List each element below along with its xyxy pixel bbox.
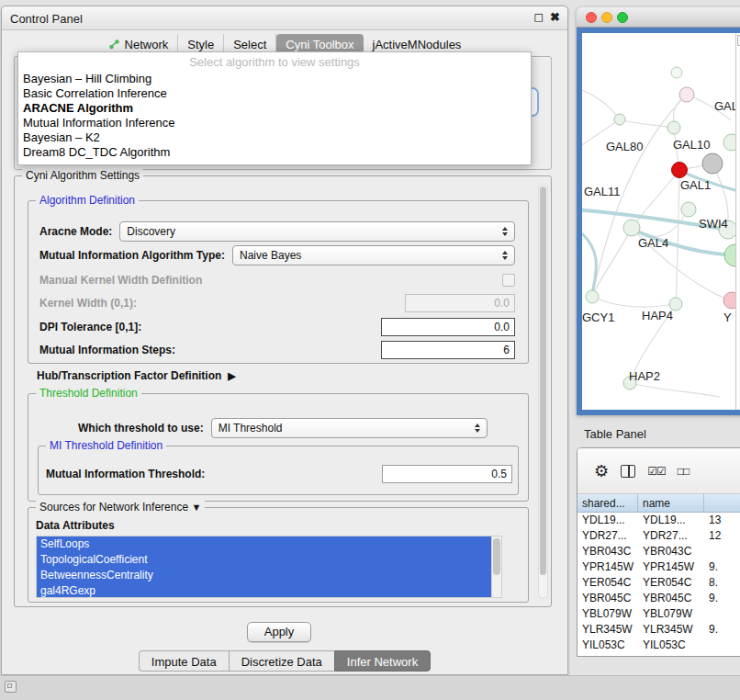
control-panel-window: Control Panel ◻ ✖ Network Style Select C… — [1, 6, 568, 675]
data-attributes-list: SelfLoops TopologicalCoefficient Between… — [36, 536, 502, 598]
mi-threshold-definition-group: MI Threshold Definition Mutual Informati… — [38, 446, 519, 495]
network-vertical-scrollbar[interactable] — [735, 33, 740, 410]
combo-arrows-icon — [499, 227, 511, 236]
column-header-shared[interactable]: shared... — [577, 494, 638, 512]
network-canvas[interactable]: GAL80 GAL10 GAL11 GAL1 SWI4 GAL4 GCY1 HA… — [582, 33, 740, 410]
gear-icon[interactable]: ⚙ — [594, 461, 609, 481]
table-row[interactable]: YDL19... YDL19... 13 — [577, 513, 740, 528]
table-row[interactable]: YLR345W YLR345W 9. — [577, 622, 740, 638]
dpi-tolerance-input[interactable]: 0.0 — [381, 318, 515, 336]
tab-infer-network[interactable]: Infer Network — [334, 650, 431, 672]
cell — [704, 544, 740, 559]
node-label: Y — [723, 310, 732, 324]
panel-dock-icon[interactable] — [5, 681, 17, 693]
node-label: SWI4 — [699, 217, 728, 231]
table-header-row: shared... name — [577, 494, 740, 513]
table-panel-label: Table Panel — [584, 427, 646, 441]
dropdown-item-selected[interactable]: ARACNE Algorithm — [18, 101, 531, 116]
aracne-mode-select[interactable]: Discovery — [119, 221, 515, 242]
sources-group: Sources for Network Inference ▼ Data Att… — [28, 507, 529, 603]
dropdown-item[interactable]: Bayesian – K2 — [18, 130, 531, 145]
table-row[interactable]: YIL053C YIL053C — [577, 638, 740, 653]
attribute-item-selected[interactable]: TopologicalCoefficient — [37, 552, 501, 568]
columns-icon[interactable] — [621, 465, 635, 478]
settings-group-title: Cyni Algorithm Settings — [22, 169, 143, 182]
cyni-mode-tabs: Impute Data Discretize Data Infer Networ… — [2, 650, 567, 672]
kernel-width-input[interactable]: 0.0 — [405, 294, 515, 312]
select-all-icon[interactable]: ☑☑ — [647, 465, 666, 478]
minimize-button[interactable] — [601, 12, 612, 23]
table-body: YDL19... YDL19... 13 YDR27... YDR27... 1… — [577, 513, 740, 653]
close-button[interactable] — [586, 12, 597, 23]
dropdown-item[interactable]: Mutual Information Inference — [18, 116, 531, 130]
hub-definition-toggle[interactable]: Hub/Transcription Factor Definition ▶ — [37, 369, 236, 382]
dropdown-item[interactable]: Bayesian – Hill Climbing — [18, 72, 531, 86]
node-label: GAL11 — [584, 185, 621, 198]
dropdown-item[interactable]: Dream8 DC_TDC Algorithm — [18, 145, 531, 160]
cell: YLR345W — [577, 622, 638, 638]
mi-type-label: Mutual Information Algorithm Type: — [39, 249, 225, 262]
which-threshold-select[interactable]: MI Threshold — [211, 418, 488, 438]
cell: YDR27... — [638, 528, 704, 544]
close-icon[interactable]: ✖ — [550, 10, 560, 24]
attributes-scrollbar[interactable] — [491, 536, 501, 597]
cell: YIL053C — [577, 638, 638, 653]
column-header-name[interactable]: name — [638, 494, 704, 512]
cell: YBR043C — [577, 544, 638, 559]
float-panel-icon[interactable]: ◻ — [533, 10, 544, 24]
attribute-item-selected[interactable]: BetweennessCentrality — [37, 568, 501, 583]
table-row[interactable]: YER054C YER054C 8. — [577, 575, 740, 591]
cell: YPR145W — [638, 559, 704, 575]
mi-steps-input[interactable]: 6 — [381, 341, 515, 359]
deselect-all-icon[interactable]: □□ — [678, 465, 690, 478]
tab-discretize-data[interactable]: Discretize Data — [229, 650, 334, 672]
window-title: Control Panel — [10, 12, 83, 26]
network-window-titlebar[interactable] — [577, 7, 740, 28]
manual-kernel-checkbox[interactable] — [502, 274, 515, 287]
dpi-tolerance-label: DPI Tolerance [0,1]: — [39, 321, 141, 333]
tab-label: jActiveMNodules — [373, 38, 462, 51]
settings-scrollbar[interactable] — [538, 184, 548, 599]
threshold-definition-title: Threshold Definition — [36, 387, 141, 400]
dropdown-item[interactable]: Basic Correlation Inference — [18, 86, 531, 101]
dropdown-placeholder: Select algorithm to view settings — [18, 55, 531, 72]
hub-definition-label: Hub/Transcription Factor Definition — [37, 369, 221, 382]
cell — [704, 606, 740, 622]
combo-arrows-icon — [499, 251, 511, 260]
cell — [704, 638, 740, 653]
zoom-button[interactable] — [617, 12, 628, 23]
table-row[interactable]: YBR043C YBR043C — [577, 544, 740, 559]
apply-button[interactable]: Apply — [247, 622, 311, 642]
data-attributes-label: Data Attributes — [36, 519, 115, 532]
column-header-extra[interactable] — [704, 494, 740, 512]
algorithm-dropdown-list: Select algorithm to view settings Bayesi… — [17, 51, 532, 165]
aracne-mode-value: Discovery — [127, 225, 499, 238]
control-panel-titlebar[interactable]: Control Panel ◻ ✖ — [2, 6, 567, 30]
mi-threshold-input[interactable]: 0.5 — [382, 465, 512, 483]
node-label: HAP4 — [642, 309, 673, 322]
algorithm-definition-group: Algorithm Definition Aracne Mode: Discov… — [28, 200, 529, 364]
tab-impute-data[interactable]: Impute Data — [139, 650, 229, 672]
threshold-definition-group: Threshold Definition Which threshold to … — [28, 393, 529, 502]
table-row[interactable]: YPR145W YPR145W 9. — [577, 559, 740, 575]
table-panel-window: ⚙ ☑☑ □□ shared... name YDL19... YDL19...… — [577, 447, 740, 657]
aracne-mode-label: Aracne Mode: — [39, 225, 112, 238]
cell: YER054C — [577, 575, 638, 591]
collapsed-arrow-icon: ▶ — [228, 370, 235, 382]
table-row[interactable]: YBR045C YBR045C 9. — [577, 591, 740, 606]
sources-group-title[interactable]: Sources for Network Inference ▼ — [36, 501, 205, 514]
mi-type-select[interactable]: Naive Bayes — [232, 245, 515, 265]
tab-label: Style — [187, 38, 214, 51]
cell: YBL079W — [638, 606, 704, 622]
network-view-frame: GAL80 GAL10 GAL11 GAL1 SWI4 GAL4 GCY1 HA… — [577, 28, 740, 415]
table-row[interactable]: YBL079W YBL079W — [577, 606, 740, 622]
attribute-item-selected[interactable]: gal4RGexp — [37, 583, 501, 598]
table-row[interactable]: YDR27... YDR27... 12 — [577, 528, 740, 544]
manual-kernel-label: Manual Kernel Width Definition — [39, 274, 202, 287]
attribute-item-selected[interactable]: SelfLoops — [37, 536, 501, 552]
node-label: GAL80 — [606, 140, 643, 153]
tab-label: Select — [233, 38, 266, 51]
cell: 12 — [704, 528, 740, 544]
cell: 13 — [704, 513, 740, 528]
cyni-algorithm-settings-group: Cyni Algorithm Settings Algorithm Defini… — [14, 175, 552, 607]
